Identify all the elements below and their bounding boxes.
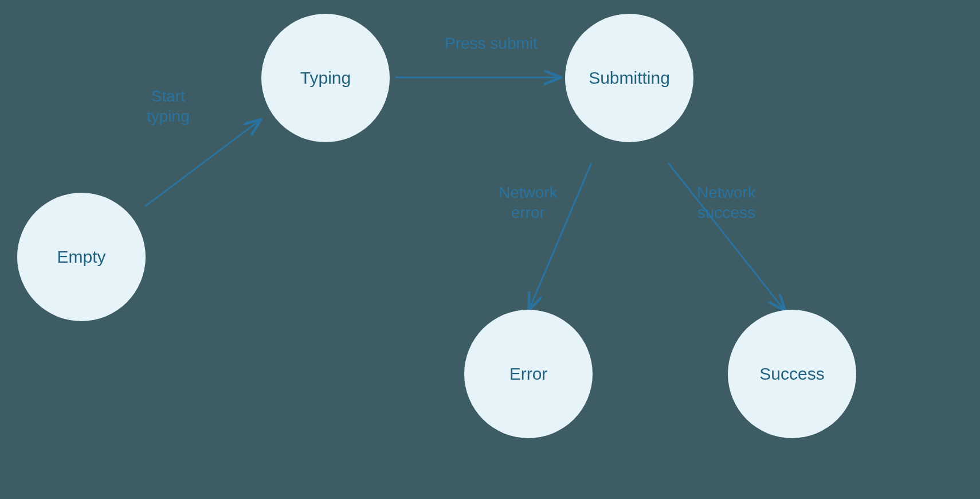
edge-label-press-submit: Press submit [445, 33, 538, 53]
state-label: Empty [57, 247, 105, 267]
state-node-error: Error [464, 310, 593, 438]
state-label: Success [759, 364, 824, 384]
state-node-typing: Typing [261, 14, 390, 142]
edge-label-network-error: Network error [499, 182, 558, 223]
edge-label-network-success: Network success [697, 182, 756, 223]
state-label: Typing [300, 68, 351, 88]
state-node-success: Success [728, 310, 856, 438]
state-node-empty: Empty [17, 193, 146, 321]
state-label: Error [509, 364, 548, 384]
state-label: Submitting [589, 68, 670, 88]
state-node-submitting: Submitting [565, 14, 693, 142]
edge-label-start-typing: Start typing [147, 86, 190, 126]
edge-start-typing [145, 120, 260, 206]
state-diagram: Empty Typing Submitting Error Success St… [0, 0, 980, 499]
